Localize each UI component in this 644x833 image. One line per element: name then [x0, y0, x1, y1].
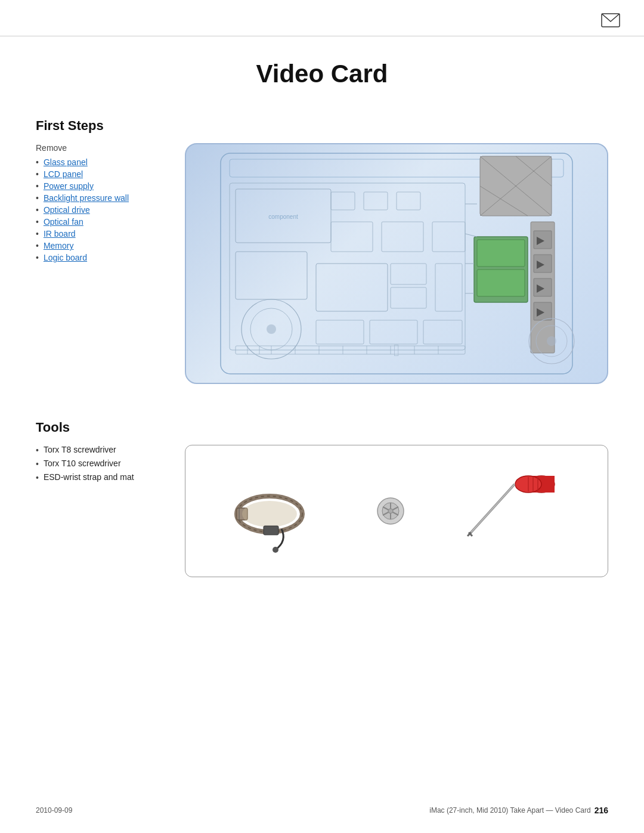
svg-line-42 [465, 234, 477, 237]
lcd-panel-link[interactable]: LCD panel [44, 169, 83, 179]
svg-rect-9 [477, 240, 525, 267]
optical-drive-link[interactable]: Optical drive [44, 205, 90, 215]
svg-point-71 [388, 509, 393, 513]
top-divider [0, 36, 644, 36]
page-number: 216 [595, 806, 608, 815]
page-title: Video Card [0, 48, 644, 88]
svg-point-26 [267, 324, 276, 334]
remove-label: Remove [36, 143, 167, 153]
svg-rect-36 [435, 264, 462, 311]
mail-icon[interactable] [601, 13, 620, 30]
svg-text:component: component [268, 213, 298, 220]
svg-rect-20 [230, 183, 465, 350]
memory-link[interactable]: Memory [44, 241, 74, 250]
tools-list: Torx T8 screwdriver Torx T10 screwdriver… [36, 445, 167, 482]
svg-rect-29 [397, 192, 420, 210]
main-content: First Steps Remove Glass panel LCD panel [0, 118, 644, 577]
logic-board-link[interactable]: Logic board [44, 253, 87, 262]
svg-rect-37 [316, 320, 364, 344]
list-item: Optical drive [36, 205, 167, 215]
list-item: Torx T10 screwdriver [36, 459, 167, 469]
svg-point-58 [547, 336, 556, 346]
svg-rect-65 [264, 526, 278, 535]
svg-rect-32 [432, 222, 465, 252]
imac-diagram: component [185, 143, 608, 384]
footer-date: 2010-09-09 [36, 806, 72, 815]
ir-board-link[interactable]: IR board [44, 229, 76, 239]
tools-section: Tools Torx T8 screwdriver Torx T10 screw… [36, 420, 608, 577]
svg-rect-14 [534, 278, 552, 296]
glass-panel-link[interactable]: Glass panel [44, 157, 88, 167]
first-steps-title: First Steps [36, 118, 608, 134]
power-supply-link[interactable]: Power supply [44, 181, 94, 191]
svg-rect-27 [331, 192, 355, 210]
list-item: Backlight pressure wall [36, 193, 167, 203]
backlight-pressure-wall-link[interactable]: Backlight pressure wall [44, 193, 129, 203]
svg-rect-10 [477, 270, 525, 296]
tools-diagram [185, 445, 608, 577]
svg-rect-15 [534, 302, 552, 320]
page-footer: 2010-09-09 iMac (27-inch, Mid 2010) Take… [36, 806, 608, 815]
tool-label: Torx T10 screwdriver [44, 459, 121, 468]
svg-rect-39 [423, 320, 462, 344]
list-item: Logic board [36, 253, 167, 262]
tools-layout: Torx T8 screwdriver Torx T10 screwdriver… [36, 445, 608, 577]
first-steps-section: First Steps Remove Glass panel LCD panel [36, 118, 608, 384]
tool-label: ESD-wrist strap and mat [44, 472, 134, 482]
footer-text: iMac (27-inch, Mid 2010) Take Apart — Vi… [429, 806, 590, 815]
imac-interior-diagram: component [186, 144, 607, 383]
svg-rect-30 [331, 222, 373, 252]
screw-illustration [373, 493, 408, 529]
list-item: Memory [36, 241, 167, 250]
svg-point-63 [242, 501, 297, 527]
footer-right: iMac (27-inch, Mid 2010) Take Apart — Vi… [429, 806, 608, 815]
svg-rect-34 [391, 264, 426, 284]
list-item: IR board [36, 229, 167, 239]
esd-strap-illustration [228, 469, 323, 553]
svg-rect-38 [370, 320, 417, 344]
first-steps-layout: Remove Glass panel LCD panel Power suppl… [36, 143, 608, 384]
list-item: LCD panel [36, 169, 167, 179]
svg-line-79 [470, 484, 515, 534]
svg-text::  [394, 341, 400, 360]
svg-rect-23 [236, 252, 307, 299]
list-item: ESD-wrist strap and mat [36, 472, 167, 482]
steps-list: Glass panel LCD panel Power supply Backl… [36, 157, 167, 262]
svg-rect-35 [391, 287, 426, 308]
svg-rect-12 [534, 231, 552, 249]
svg-point-64 [273, 547, 278, 553]
list-item: Glass panel [36, 157, 167, 167]
screwdriver-illustration [458, 469, 565, 553]
list-item: Power supply [36, 181, 167, 191]
first-steps-left: Remove Glass panel LCD panel Power suppl… [36, 143, 167, 265]
list-item: Optical fan [36, 217, 167, 227]
optical-fan-link[interactable]: Optical fan [44, 217, 83, 227]
svg-rect-28 [364, 192, 388, 210]
tools-title: Tools [36, 420, 608, 435]
tools-left: Torx T8 screwdriver Torx T10 screwdriver… [36, 445, 167, 486]
svg-rect-13 [534, 255, 552, 272]
tools-diagram-inner [203, 457, 590, 565]
list-item: Torx T8 screwdriver [36, 445, 167, 455]
tool-label: Torx T8 screwdriver [44, 445, 116, 454]
svg-rect-33 [316, 264, 388, 311]
svg-rect-31 [382, 222, 423, 252]
